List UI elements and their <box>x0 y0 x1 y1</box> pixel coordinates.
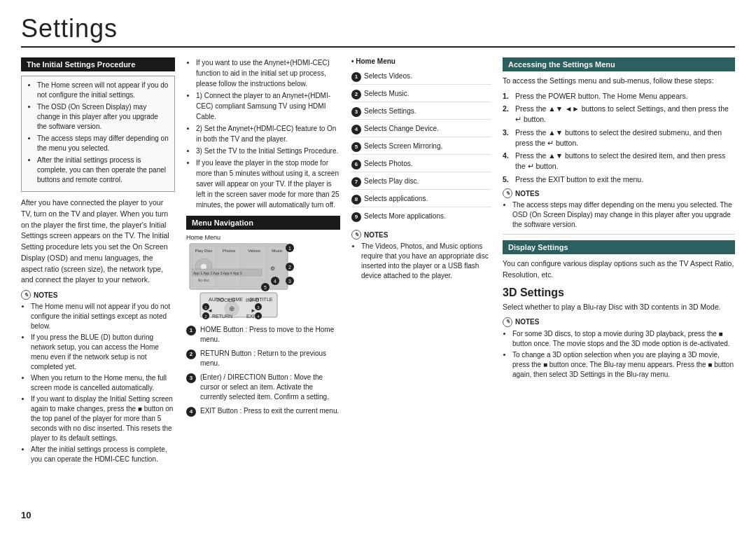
col2-bullet-list: If you want to use the Anynet+(HDMI-CEC)… <box>186 57 340 210</box>
section-initial-settings-header: The Initial Settings Procedure <box>21 57 175 71</box>
col4-notes2-header: ✎ NOTES <box>503 317 735 327</box>
col3-notes-icon: ✎ <box>351 230 361 240</box>
col1-initial-settings: The Initial Settings Procedure The Home … <box>21 57 175 466</box>
number-circle: 9 <box>351 212 361 222</box>
list-item: 1.Press the POWER button. The Home Menu … <box>503 91 735 102</box>
initial-settings-box-list: The Home screen will not appear if you d… <box>27 81 169 185</box>
list-item: 2) Set the Anynet+(HDMI-CEC) feature to … <box>196 123 340 144</box>
number-circle: 2 <box>351 90 361 99</box>
svg-text:Photos: Photos <box>223 249 236 253</box>
home-menu-label: Home Menu <box>186 234 340 241</box>
list-item: For some 3D discs, to stop a movie durin… <box>512 329 735 349</box>
list-item: 5.Press the EXIT button to exit the menu… <box>503 174 735 185</box>
col3-numbered-list: 1Selects Videos.2Selects Music.3Selects … <box>351 69 491 224</box>
list-item: If you want to display the Initial Setti… <box>31 394 175 443</box>
svg-text:TOOLS: TOOLS <box>216 297 235 303</box>
item-text: HOME Button : Press to move to the Home … <box>200 325 340 345</box>
svg-text:RETURN: RETURN <box>212 314 232 319</box>
step-number: 5. <box>503 174 512 185</box>
list-item: 7Selects Play disc. <box>351 174 491 190</box>
list-item: 1) Connect the player to an Anynet+(HDMI… <box>196 90 340 122</box>
list-item: 9Selects More applications. <box>351 209 491 224</box>
item-text: Selects Play disc. <box>364 176 419 186</box>
col3-notes-header: ✎ NOTES <box>351 230 491 240</box>
section-accessing-header: Accessing the Settings Menu <box>503 57 735 71</box>
svg-text:Videos: Videos <box>248 249 260 253</box>
list-item: 2Selects Music. <box>351 87 491 102</box>
list-item: 5Selects Screen Mirroring. <box>351 139 491 155</box>
col4-display-intro: You can configure various display option… <box>503 258 735 281</box>
list-item: If you want to use the Anynet+(HDMI-CEC)… <box>196 57 340 89</box>
svg-text:⊕: ⊕ <box>229 305 234 312</box>
item-text: EXIT Button : Press to exit the current … <box>200 406 339 416</box>
col1-notes-list: The Home menu will not appear if you do … <box>21 302 175 464</box>
item-text: Selects Photos. <box>364 159 412 169</box>
item-text: (Enter) / DIRECTION Button : Move the cu… <box>200 373 340 402</box>
svg-text:4: 4 <box>274 279 276 284</box>
svg-text:Play Disc: Play Disc <box>195 249 212 253</box>
item-text: Selects Videos. <box>364 71 412 81</box>
initial-settings-box: The Home screen will not appear if you d… <box>21 76 175 192</box>
list-item: The access steps may differ depending on… <box>37 134 169 153</box>
col4-notes-icon: ✎ <box>503 188 512 198</box>
step-text: Press the ▲▼ buttons to select the desir… <box>515 127 735 148</box>
col1-notes: ✎ NOTES The Home menu will not appear if… <box>21 290 175 464</box>
list-item: 3.Press the ▲▼ buttons to select the des… <box>503 127 735 148</box>
tv-screen-area: Play Disc Photos Videos Music No disc Ap… <box>186 242 340 321</box>
list-item: After the initial settings process is co… <box>37 155 169 185</box>
list-item: After the initial settings process is co… <box>31 445 175 464</box>
list-item: 8Selects applications. <box>351 192 491 207</box>
step-text: Press the POWER button. The Home Menu ap… <box>515 91 688 102</box>
section-menu-nav-header: Menu Navigation <box>186 216 340 230</box>
svg-text:2: 2 <box>288 265 291 270</box>
col2-key-items-list: 1HOME Button : Press to move to the Home… <box>186 325 340 417</box>
number-circle: 4 <box>351 125 361 134</box>
list-item: The Videos, Photos, and Music options re… <box>361 242 491 281</box>
col3-notes-list: The Videos, Photos, and Music options re… <box>351 242 491 281</box>
col3-notes: ✎ NOTES The Videos, Photos, and Music op… <box>351 230 491 281</box>
list-item: The Home menu will not appear if you do … <box>31 302 175 331</box>
step-text: Press the ▲▼ buttons to select the desir… <box>515 151 735 171</box>
col4-3d-intro: Select whether to play a Blu-ray Disc wi… <box>503 302 735 313</box>
step-number: 3. <box>503 127 512 148</box>
item-text: Selects Music. <box>364 89 409 99</box>
list-item: 4.Press the ▲▼ buttons to select the des… <box>503 151 735 171</box>
list-item: 4EXIT Button : Press to exit the current… <box>186 406 340 417</box>
col1-notes-header: ✎ NOTES <box>21 290 175 300</box>
list-item: 2RETURN Button : Return to the previous … <box>186 349 340 368</box>
list-item: 4Selects Change Device. <box>351 122 491 137</box>
list-item: The OSD (On Screen Display) may change i… <box>37 102 169 132</box>
col4-steps-list: 1.Press the POWER button. The Home Menu … <box>503 91 735 185</box>
svg-text:5: 5 <box>264 285 267 290</box>
list-item: The access steps may differ depending on… <box>512 200 735 230</box>
col3-home-menu-label: • Home Menu <box>351 57 491 65</box>
list-item: 3Selects Settings. <box>351 104 491 120</box>
list-item: 1HOME Button : Press to move to the Home… <box>186 325 340 345</box>
list-item: The Home screen will not appear if you d… <box>37 81 169 100</box>
list-item: To change a 3D option selection when you… <box>512 350 735 380</box>
number-circle: 1 <box>186 326 196 335</box>
svg-text:3: 3 <box>288 279 291 284</box>
step-number: 2. <box>503 104 512 124</box>
step-text: Press the ▲▼ ◄► buttons to select Settin… <box>515 104 735 124</box>
col2-menu-navigation: If you want to use the Anynet+(HDMI-CEC)… <box>186 57 340 466</box>
col4-notes-list: The access steps may differ depending on… <box>503 200 735 230</box>
svg-text:Music: Music <box>272 249 283 253</box>
step-number: 4. <box>503 151 512 171</box>
list-item: 3(Enter) / DIRECTION Button : Move the c… <box>186 373 340 402</box>
number-circle: 4 <box>186 407 196 417</box>
item-text: Selects Settings. <box>364 106 416 116</box>
number-circle: 1 <box>351 72 361 82</box>
number-circle: 5 <box>351 142 361 152</box>
col4-divider1 <box>503 234 735 235</box>
tv-remote-svg: Play Disc Photos Videos Music No disc Ap… <box>186 242 305 319</box>
col4-notes2-icon: ✎ <box>503 317 512 327</box>
step-text: Press the EXIT button to exit the menu. <box>515 174 643 185</box>
number-circle: 6 <box>351 160 361 169</box>
number-circle: 7 <box>351 177 361 187</box>
page-title: Settings <box>21 14 735 48</box>
svg-text:1: 1 <box>288 246 291 251</box>
number-circle: 2 <box>186 349 196 359</box>
item-text: Selects Screen Mirroring. <box>364 141 442 151</box>
item-text: Selects More applications. <box>364 212 446 221</box>
